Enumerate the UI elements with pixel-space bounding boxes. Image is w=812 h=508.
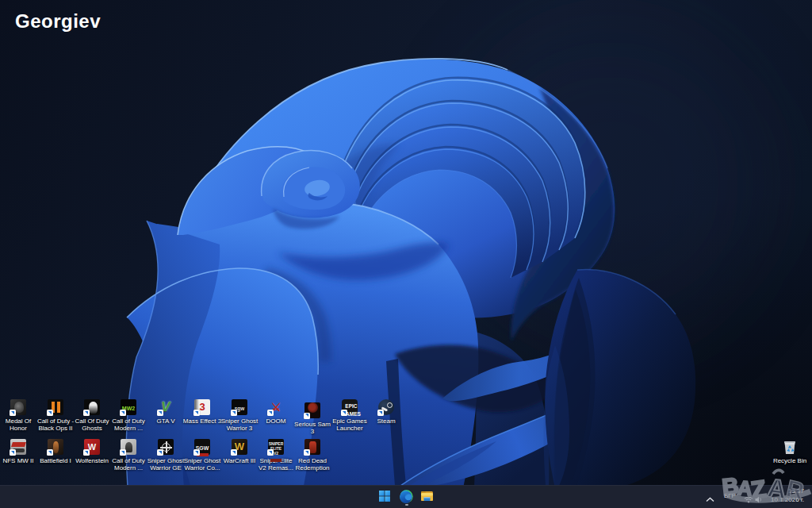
svg-text:Z: Z [749, 475, 768, 504]
